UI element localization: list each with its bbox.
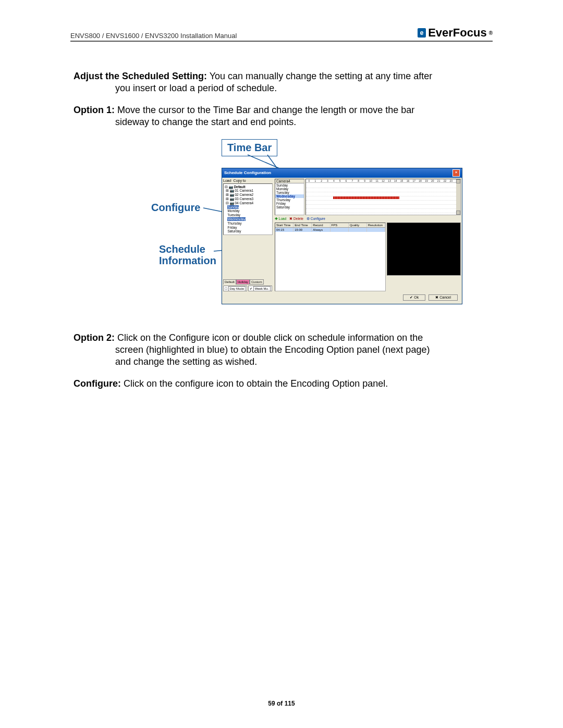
p4-lead: Configure: — [74, 378, 121, 389]
scrollbar[interactable] — [456, 179, 460, 215]
brand-icon: e — [418, 28, 426, 38]
window-title: Schedule Configuration — [224, 170, 271, 175]
ok-button[interactable]: ✔ Ok — [403, 294, 425, 301]
body-text: Adjust the Scheduled Setting: You can ma… — [74, 70, 493, 129]
page-footer: 59 of 115 — [0, 700, 563, 707]
time-bar[interactable] — [333, 196, 399, 199]
doc-title: ENVS800 / ENVS1600 / ENVS3200 Installati… — [70, 32, 237, 40]
figure: Time Bar Configure ScheduleInformation S… — [70, 139, 493, 311]
p2-lead: Option 1: — [74, 105, 115, 115]
close-icon[interactable]: × — [452, 169, 460, 177]
p3-lead: Option 2: — [74, 332, 115, 343]
tab-default[interactable]: Default — [223, 279, 236, 285]
scroll-up-icon[interactable] — [456, 179, 460, 183]
left-toolbar: Load Copy to — [223, 179, 273, 182]
cancel-button[interactable]: ✖ Cancel — [429, 294, 458, 301]
left-tabs[interactable]: Default Holiday Custom — [223, 279, 273, 285]
device-tree[interactable]: ⊟ 📷 Default ⊞ 📷 01 Camera1 ⊞ 📷 02 Camera… — [223, 183, 273, 236]
body-text-2: Option 2: Click on the Configure icon or… — [74, 332, 493, 390]
tab-holiday[interactable]: Holiday — [236, 279, 250, 285]
callout-timebar: Time Bar — [222, 139, 277, 156]
day-mode-button[interactable]: ☐ Day Mode — [223, 286, 247, 291]
schedule-table[interactable]: Start Time End Time Record FPS Quality R… — [275, 223, 386, 291]
schedule-config-window: Schedule Configuration × Load Copy to ⊟ … — [222, 168, 462, 304]
configure-icon[interactable]: ⚙ Configure — [307, 217, 325, 221]
callout-schedule-info: ScheduleInformation — [159, 243, 216, 266]
mid-delete-button[interactable]: ✖ Delete — [289, 217, 303, 221]
page-header: ENVS800 / ENVS1600 / ENVS3200 Installati… — [70, 26, 493, 42]
time-grid[interactable]: 0123456789101112131415161718192021222324 — [305, 179, 461, 215]
week-mode-button[interactable]: ✔ Week Mo. — [248, 286, 272, 291]
scroll-down-icon[interactable] — [456, 211, 460, 215]
load-button[interactable]: Load — [223, 179, 231, 182]
mid-load-button[interactable]: ✚ Load — [275, 217, 286, 221]
copyto-button[interactable]: Copy to — [234, 179, 246, 182]
brand-logo: e EverFocus® — [418, 26, 493, 40]
window-titlebar: Schedule Configuration × — [222, 168, 462, 178]
tab-custom[interactable]: Custom — [250, 279, 264, 285]
mode-buttons[interactable]: ☐ Day Mode ✔ Week Mo. — [223, 286, 273, 291]
table-row[interactable]: 04:15 15:00 Always — [275, 228, 385, 232]
p1-lead: Adjust the Scheduled Setting: — [74, 71, 207, 81]
mid-toolbar: ✚ Load ✖ Delete ⚙ Configure — [275, 216, 461, 221]
day-list[interactable]: Camera4 Sunday Monday Tuesday Wednesday … — [275, 179, 304, 215]
callout-configure: Configure — [151, 202, 200, 214]
preview-pane — [387, 223, 461, 276]
